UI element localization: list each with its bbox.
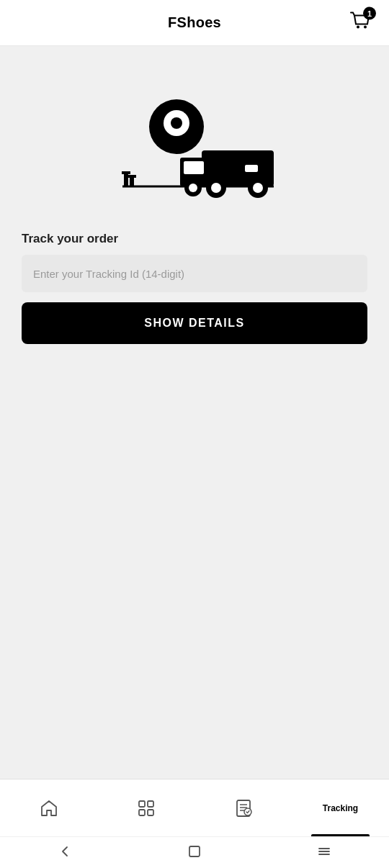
app-header: FShoes 1 <box>0 0 389 46</box>
svg-rect-29 <box>189 846 200 856</box>
svg-point-0 <box>357 25 359 28</box>
svg-rect-9 <box>128 175 136 178</box>
tracking-id-input[interactable] <box>22 255 367 292</box>
delivery-truck-svg <box>101 82 288 212</box>
app-title: FShoes <box>168 14 221 31</box>
svg-point-14 <box>211 183 221 193</box>
nav-item-tracking[interactable]: Tracking <box>292 779 389 836</box>
cart-button[interactable]: 1 <box>346 6 376 39</box>
back-button[interactable] <box>51 838 79 867</box>
nav-item-orders[interactable] <box>194 779 292 836</box>
back-icon <box>57 844 73 859</box>
track-order-label: Track your order <box>22 232 367 246</box>
bottom-navigation: Tracking <box>0 779 389 836</box>
home-system-button[interactable] <box>182 838 207 867</box>
show-details-button[interactable]: SHOW DETAILS <box>22 302 367 344</box>
nav-tracking-label: Tracking <box>323 803 358 813</box>
svg-rect-21 <box>148 801 153 807</box>
svg-point-4 <box>171 117 182 129</box>
svg-rect-7 <box>122 171 130 174</box>
main-content: Track your order SHOW DETAILS <box>0 46 389 779</box>
home-system-icon <box>187 844 202 859</box>
categories-icon <box>136 798 156 818</box>
svg-rect-22 <box>139 810 145 815</box>
home-icon <box>39 798 59 818</box>
nav-item-home[interactable] <box>0 779 97 836</box>
svg-rect-19 <box>245 165 258 172</box>
cart-badge: 1 <box>363 6 376 19</box>
orders-icon <box>233 798 254 818</box>
svg-point-18 <box>189 184 197 192</box>
menu-button[interactable] <box>310 838 338 867</box>
menu-icon <box>316 844 332 859</box>
system-bar <box>0 836 389 868</box>
svg-point-1 <box>364 25 367 28</box>
nav-item-categories[interactable] <box>97 779 194 836</box>
svg-rect-12 <box>184 161 204 174</box>
svg-point-16 <box>253 183 263 193</box>
cart-icon-wrap: 1 <box>349 9 373 36</box>
svg-rect-8 <box>130 177 134 186</box>
svg-rect-20 <box>139 801 145 807</box>
tracking-illustration <box>22 82 367 212</box>
svg-rect-23 <box>148 810 153 815</box>
